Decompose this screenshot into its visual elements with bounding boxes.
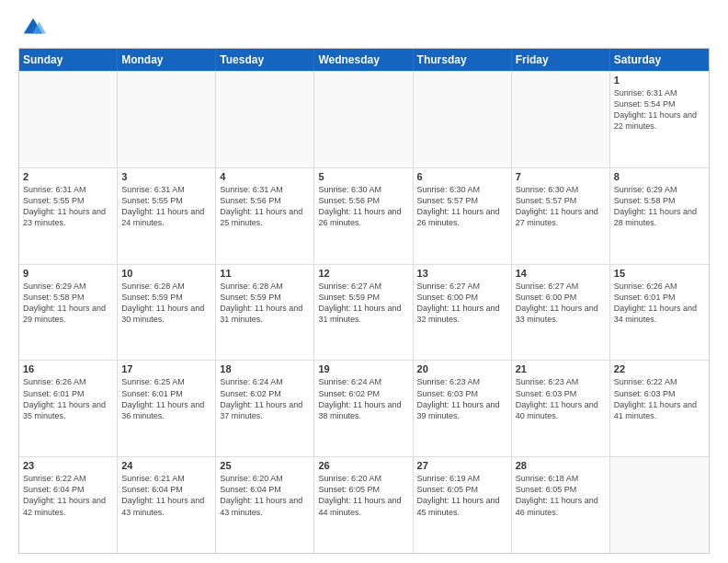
day-cell-10: 10Sunrise: 6:28 AM Sunset: 5:59 PM Dayli… <box>118 265 216 361</box>
day-cell-21: 21Sunrise: 6:23 AM Sunset: 6:03 PM Dayli… <box>512 361 610 456</box>
cell-info: Sunrise: 6:31 AM Sunset: 5:54 PM Dayligh… <box>614 87 705 132</box>
cell-info: Sunrise: 6:29 AM Sunset: 5:58 PM Dayligh… <box>614 184 705 229</box>
header-day-wednesday: Wednesday <box>314 49 413 71</box>
cell-info: Sunrise: 6:26 AM Sunset: 6:01 PM Dayligh… <box>23 376 113 421</box>
day-cell-23: 23Sunrise: 6:22 AM Sunset: 6:04 PM Dayli… <box>19 457 118 553</box>
day-cell-11: 11Sunrise: 6:28 AM Sunset: 5:59 PM Dayli… <box>216 265 314 361</box>
cell-info: Sunrise: 6:22 AM Sunset: 6:03 PM Dayligh… <box>614 376 705 421</box>
day-number: 23 <box>23 460 113 471</box>
day-number: 24 <box>121 460 211 471</box>
day-cell-6: 6Sunrise: 6:30 AM Sunset: 5:57 PM Daylig… <box>414 168 512 264</box>
calendar-row-1: 2Sunrise: 6:31 AM Sunset: 5:55 PM Daylig… <box>19 167 709 264</box>
day-number: 12 <box>318 268 408 279</box>
cell-info: Sunrise: 6:28 AM Sunset: 5:59 PM Dayligh… <box>121 281 211 326</box>
day-number: 11 <box>220 268 310 279</box>
cell-info: Sunrise: 6:27 AM Sunset: 6:00 PM Dayligh… <box>417 281 507 326</box>
cell-info: Sunrise: 6:20 AM Sunset: 6:04 PM Dayligh… <box>220 473 310 518</box>
cell-info: Sunrise: 6:26 AM Sunset: 6:01 PM Dayligh… <box>614 281 705 326</box>
cell-info: Sunrise: 6:31 AM Sunset: 5:56 PM Dayligh… <box>220 184 310 229</box>
day-cell-22: 22Sunrise: 6:22 AM Sunset: 6:03 PM Dayli… <box>610 361 709 456</box>
day-number: 28 <box>516 460 606 471</box>
day-cell-9: 9Sunrise: 6:29 AM Sunset: 5:58 PM Daylig… <box>19 265 118 361</box>
day-cell-15: 15Sunrise: 6:26 AM Sunset: 6:01 PM Dayli… <box>610 265 709 361</box>
day-number: 20 <box>417 363 507 374</box>
calendar-row-3: 16Sunrise: 6:26 AM Sunset: 6:01 PM Dayli… <box>19 360 709 456</box>
day-cell-27: 27Sunrise: 6:19 AM Sunset: 6:05 PM Dayli… <box>414 457 512 553</box>
day-number: 14 <box>516 268 606 279</box>
header <box>18 15 710 40</box>
cell-info: Sunrise: 6:31 AM Sunset: 5:55 PM Dayligh… <box>121 184 211 229</box>
day-cell-12: 12Sunrise: 6:27 AM Sunset: 5:59 PM Dayli… <box>314 265 413 361</box>
day-number: 19 <box>318 363 408 374</box>
cell-info: Sunrise: 6:27 AM Sunset: 5:59 PM Dayligh… <box>318 281 408 326</box>
day-cell-14: 14Sunrise: 6:27 AM Sunset: 6:00 PM Dayli… <box>512 265 610 361</box>
header-day-sunday: Sunday <box>19 49 118 71</box>
day-cell-18: 18Sunrise: 6:24 AM Sunset: 6:02 PM Dayli… <box>216 361 314 456</box>
cell-info: Sunrise: 6:30 AM Sunset: 5:57 PM Dayligh… <box>417 184 507 229</box>
day-cell-3: 3Sunrise: 6:31 AM Sunset: 5:55 PM Daylig… <box>118 168 216 264</box>
day-number: 6 <box>417 171 507 182</box>
cell-info: Sunrise: 6:23 AM Sunset: 6:03 PM Dayligh… <box>417 376 507 421</box>
cell-info: Sunrise: 6:21 AM Sunset: 6:04 PM Dayligh… <box>121 473 211 518</box>
day-cell-16: 16Sunrise: 6:26 AM Sunset: 6:01 PM Dayli… <box>19 361 118 456</box>
empty-cell-0-1 <box>118 72 216 167</box>
cell-info: Sunrise: 6:30 AM Sunset: 5:57 PM Dayligh… <box>516 184 606 229</box>
cell-info: Sunrise: 6:24 AM Sunset: 6:02 PM Dayligh… <box>318 376 408 421</box>
day-number: 9 <box>23 268 113 279</box>
day-cell-25: 25Sunrise: 6:20 AM Sunset: 6:04 PM Dayli… <box>216 457 314 553</box>
day-cell-4: 4Sunrise: 6:31 AM Sunset: 5:56 PM Daylig… <box>216 168 314 264</box>
empty-cell-0-5 <box>512 72 610 167</box>
logo <box>18 15 46 40</box>
day-number: 26 <box>318 460 408 471</box>
empty-cell-0-4 <box>414 72 512 167</box>
cell-info: Sunrise: 6:30 AM Sunset: 5:56 PM Dayligh… <box>318 184 408 229</box>
day-number: 8 <box>614 171 705 182</box>
calendar-header: SundayMondayTuesdayWednesdayThursdayFrid… <box>19 49 709 71</box>
header-day-thursday: Thursday <box>414 49 512 71</box>
calendar: SundayMondayTuesdayWednesdayThursdayFrid… <box>18 48 710 554</box>
day-number: 1 <box>614 75 705 86</box>
calendar-row-0: 1Sunrise: 6:31 AM Sunset: 5:54 PM Daylig… <box>19 71 709 167</box>
cell-info: Sunrise: 6:28 AM Sunset: 5:59 PM Dayligh… <box>220 281 310 326</box>
day-number: 13 <box>417 268 507 279</box>
empty-cell-0-2 <box>216 72 314 167</box>
day-cell-13: 13Sunrise: 6:27 AM Sunset: 6:00 PM Dayli… <box>414 265 512 361</box>
logo-icon <box>20 15 46 40</box>
day-number: 16 <box>23 363 113 374</box>
cell-info: Sunrise: 6:27 AM Sunset: 6:00 PM Dayligh… <box>516 281 606 326</box>
day-cell-1: 1Sunrise: 6:31 AM Sunset: 5:54 PM Daylig… <box>610 72 709 167</box>
day-cell-2: 2Sunrise: 6:31 AM Sunset: 5:55 PM Daylig… <box>19 168 118 264</box>
day-number: 10 <box>121 268 211 279</box>
empty-cell-0-3 <box>314 72 413 167</box>
day-number: 17 <box>121 363 211 374</box>
day-cell-7: 7Sunrise: 6:30 AM Sunset: 5:57 PM Daylig… <box>512 168 610 264</box>
day-cell-24: 24Sunrise: 6:21 AM Sunset: 6:04 PM Dayli… <box>118 457 216 553</box>
day-number: 22 <box>614 363 705 374</box>
calendar-row-2: 9Sunrise: 6:29 AM Sunset: 5:58 PM Daylig… <box>19 264 709 361</box>
empty-cell-4-6 <box>610 457 709 553</box>
day-cell-5: 5Sunrise: 6:30 AM Sunset: 5:56 PM Daylig… <box>314 168 413 264</box>
header-day-monday: Monday <box>118 49 216 71</box>
day-cell-8: 8Sunrise: 6:29 AM Sunset: 5:58 PM Daylig… <box>610 168 709 264</box>
header-day-saturday: Saturday <box>610 49 709 71</box>
header-day-tuesday: Tuesday <box>216 49 314 71</box>
cell-info: Sunrise: 6:29 AM Sunset: 5:58 PM Dayligh… <box>23 281 113 326</box>
day-number: 21 <box>516 363 606 374</box>
day-cell-19: 19Sunrise: 6:24 AM Sunset: 6:02 PM Dayli… <box>314 361 413 456</box>
day-cell-20: 20Sunrise: 6:23 AM Sunset: 6:03 PM Dayli… <box>414 361 512 456</box>
header-day-friday: Friday <box>512 49 610 71</box>
day-number: 3 <box>121 171 211 182</box>
cell-info: Sunrise: 6:18 AM Sunset: 6:05 PM Dayligh… <box>516 473 606 518</box>
cell-info: Sunrise: 6:25 AM Sunset: 6:01 PM Dayligh… <box>121 376 211 421</box>
day-number: 4 <box>220 171 310 182</box>
day-cell-26: 26Sunrise: 6:20 AM Sunset: 6:05 PM Dayli… <box>314 457 413 553</box>
empty-cell-0-0 <box>19 72 118 167</box>
day-number: 2 <box>23 171 113 182</box>
day-number: 25 <box>220 460 310 471</box>
cell-info: Sunrise: 6:22 AM Sunset: 6:04 PM Dayligh… <box>23 473 113 518</box>
day-number: 27 <box>417 460 507 471</box>
cell-info: Sunrise: 6:23 AM Sunset: 6:03 PM Dayligh… <box>516 376 606 421</box>
page: SundayMondayTuesdayWednesdayThursdayFrid… <box>0 0 728 563</box>
day-number: 7 <box>516 171 606 182</box>
cell-info: Sunrise: 6:20 AM Sunset: 6:05 PM Dayligh… <box>318 473 408 518</box>
